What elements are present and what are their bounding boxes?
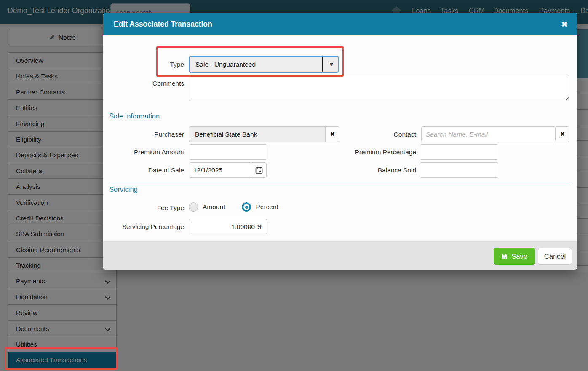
app-root: Demo_Test Lender Organization LoansTasks… [0, 0, 588, 371]
contact-input[interactable] [421, 126, 556, 142]
combo-separator [322, 57, 323, 72]
close-icon[interactable]: ✖ [561, 13, 568, 35]
purchaser-link[interactable]: Beneficial State Bank [195, 131, 257, 138]
servicing-heading: Servicing [109, 186, 138, 194]
edit-transaction-modal: Edit Associated Transaction ✖ Type Sale … [103, 13, 577, 270]
servicing-percentage-input[interactable] [189, 219, 267, 234]
radio-selected-icon[interactable] [242, 202, 251, 212]
chevron-down-icon[interactable]: ▼ [330, 57, 333, 72]
modal-footer: Save Cancel [103, 241, 577, 270]
purchaser-label: Purchaser [103, 126, 184, 142]
radio-unselected-icon[interactable] [189, 202, 198, 212]
comments-input[interactable] [189, 75, 569, 101]
type-select-value: Sale - Unguaranteed [195, 57, 256, 72]
balance-sold-input[interactable] [420, 162, 498, 178]
fee-type-option-amount[interactable]: Amount [189, 202, 225, 212]
fee-type-option-percent[interactable]: Percent [242, 202, 278, 212]
fee-type-options: AmountPercent [189, 202, 295, 212]
calendar-icon [255, 167, 263, 174]
comments-label: Comments [103, 75, 184, 91]
cancel-button[interactable]: Cancel [538, 248, 572, 265]
save-icon [501, 253, 508, 260]
contact-label: Contact [335, 126, 416, 142]
modal-title: Edit Associated Transaction [114, 13, 212, 35]
type-select[interactable]: Sale - Unguaranteed ▼ [189, 56, 339, 73]
calendar-button[interactable] [251, 162, 267, 178]
purchaser-field: Beneficial State Bank [189, 126, 326, 142]
premium-amount-input[interactable] [189, 144, 267, 160]
servicing-percentage-label: Servicing Percentage [103, 219, 184, 234]
contact-clear-button[interactable]: ✖ [556, 126, 569, 142]
type-label: Type [103, 56, 184, 73]
fee-type-option-label: Amount [203, 203, 225, 211]
premium-amount-label: Premium Amount [103, 144, 184, 160]
balance-sold-label: Balance Sold [335, 162, 416, 178]
section-divider [109, 183, 571, 183]
fee-type-label: Fee Type [103, 202, 184, 213]
save-button[interactable]: Save [494, 248, 535, 265]
sale-information-heading: Sale Information [109, 112, 160, 120]
save-button-label: Save [511, 253, 527, 261]
date-of-sale-input[interactable] [189, 162, 251, 178]
modal-header: Edit Associated Transaction ✖ [103, 13, 577, 35]
date-of-sale-label: Date of Sale [103, 162, 184, 178]
premium-percentage-label: Premium Percentage [335, 144, 416, 160]
premium-percentage-input[interactable] [420, 144, 498, 160]
fee-type-option-label: Percent [256, 203, 278, 211]
